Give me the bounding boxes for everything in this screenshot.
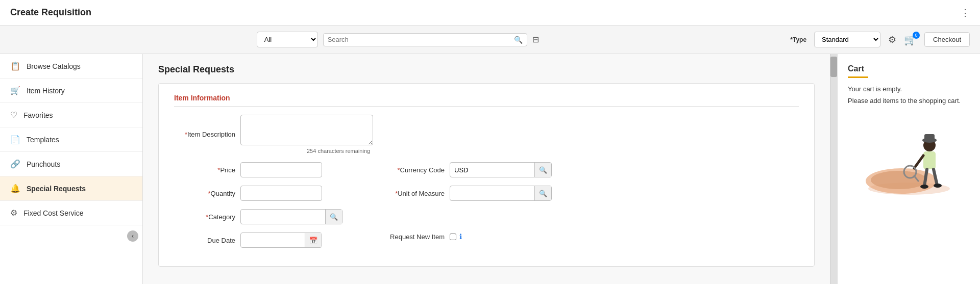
main-layout: 📋 Browse Catalogs 🛒 Item History ♡ Favor… <box>0 54 980 284</box>
request-new-item-checkbox-wrap: ℹ <box>450 233 462 241</box>
section-title: Item Information <box>174 94 799 107</box>
special-requests-icon: 🔔 <box>10 184 20 193</box>
cart-empty-line2: Please add items to the shopping cart. <box>848 97 970 105</box>
sidebar-item-templates[interactable]: 📄 Templates <box>0 127 142 152</box>
uom-input[interactable] <box>450 190 534 197</box>
category-label: *Category <box>174 213 235 221</box>
item-history-icon: 🛒 <box>10 86 20 95</box>
sidebar-item-label: Templates <box>27 136 59 144</box>
sidebar-item-label: Punchouts <box>27 160 60 168</box>
cart-underline <box>848 76 868 78</box>
due-date-row: Due Date 📅 Request New Item ℹ <box>174 233 799 248</box>
svg-point-12 <box>920 185 928 189</box>
search-input-wrap: 🔍 <box>323 33 527 46</box>
sidebar-item-favorites[interactable]: ♡ Favorites <box>0 103 142 127</box>
sidebar-item-punchouts[interactable]: 🔗 Punchouts <box>0 152 142 176</box>
favorites-icon: ♡ <box>10 110 17 120</box>
filter-icon[interactable]: ⊟ <box>532 35 539 44</box>
fixed-cost-service-icon: ⚙ <box>10 208 17 218</box>
due-date-input-wrap: 📅 <box>240 233 322 248</box>
currency-code-input-wrap: 🔍 <box>450 162 552 177</box>
currency-code-label: *Currency Code <box>383 166 445 174</box>
cart-panel: Cart Your cart is empty. Please add item… <box>837 54 980 284</box>
page-heading: Special Requests <box>158 64 815 75</box>
sidebar-item-label: Browse Catalogs <box>27 62 81 70</box>
category-row: *Category 🔍 <box>174 209 799 224</box>
currency-code-search-button[interactable]: 🔍 <box>534 163 551 177</box>
settings-button[interactable]: ⚙ <box>888 34 896 45</box>
svg-rect-5 <box>924 134 935 141</box>
currency-code-group: *Currency Code 🔍 <box>383 162 552 177</box>
search-bar-inner: All Goods Services 🔍 ⊟ <box>10 32 785 47</box>
category-group: *Category 🔍 <box>174 209 342 224</box>
scrollbar[interactable] <box>830 54 837 284</box>
request-new-item-group: Request New Item ℹ <box>383 233 462 241</box>
sidebar-item-fixed-cost-service[interactable]: ⚙ Fixed Cost Service <box>0 201 142 225</box>
item-description-label: *Item Description <box>174 131 235 138</box>
uom-label: *Unit of Measure <box>383 190 445 197</box>
templates-icon: 📄 <box>10 135 20 144</box>
price-group: *Price <box>174 162 322 177</box>
cart-empty-line1: Your cart is empty. <box>848 85 970 93</box>
price-label: *Price <box>174 166 235 174</box>
search-input[interactable] <box>328 36 514 43</box>
quantity-group: *Quantity <box>174 186 322 201</box>
quantity-uom-row: *Quantity *Unit of Measure 🔍 <box>174 186 799 201</box>
category-input[interactable] <box>241 213 325 221</box>
info-icon[interactable]: ℹ <box>459 233 462 241</box>
content-area: Special Requests Item Information *Item … <box>143 54 830 284</box>
svg-point-13 <box>934 184 942 188</box>
search-bar: All Goods Services 🔍 ⊟ *Type Standard Em… <box>0 25 980 54</box>
item-description-row: *Item Description 254 characters remaini… <box>174 115 799 154</box>
page-title: Create Requisition <box>10 7 91 18</box>
price-input[interactable] <box>240 162 322 177</box>
category-select[interactable]: All Goods Services <box>257 32 318 47</box>
currency-code-input[interactable] <box>450 166 534 174</box>
due-date-input[interactable] <box>241 237 305 244</box>
svg-rect-6 <box>923 151 936 169</box>
due-date-label: Due Date <box>174 237 235 244</box>
type-select[interactable]: Standard Emergency <box>814 32 880 47</box>
sidebar-item-label: Fixed Cost Service <box>23 209 83 217</box>
request-new-item-label: Request New Item <box>383 233 445 241</box>
category-input-wrap: 🔍 <box>240 209 342 224</box>
checkout-button[interactable]: Checkout <box>924 32 970 47</box>
cart-button[interactable]: 🛒 0 <box>904 34 917 46</box>
punchouts-icon: 🔗 <box>10 159 20 169</box>
svg-point-2 <box>871 171 927 189</box>
quantity-input[interactable] <box>240 186 322 201</box>
search-bar-right: *Type Standard Emergency ⚙ 🛒 0 Checkout <box>790 32 970 47</box>
category-search-button[interactable]: 🔍 <box>325 210 342 224</box>
cart-title: Cart <box>848 64 970 73</box>
due-date-calendar-button[interactable]: 📅 <box>305 233 322 247</box>
more-options-icon[interactable]: ⋮ <box>961 7 970 18</box>
uom-input-wrap: 🔍 <box>450 186 552 201</box>
sidebar-item-browse-catalogs[interactable]: 📋 Browse Catalogs <box>0 54 142 79</box>
browse-catalogs-icon: 📋 <box>10 61 20 71</box>
cart-illustration <box>848 115 970 196</box>
sidebar: 📋 Browse Catalogs 🛒 Item History ♡ Favor… <box>0 54 143 284</box>
scrollbar-thumb <box>830 57 837 77</box>
header: Create Requisition ⋮ <box>0 0 980 25</box>
search-icon: 🔍 <box>514 36 523 44</box>
price-currency-row: *Price *Currency Code 🔍 <box>174 162 799 177</box>
sidebar-item-special-requests[interactable]: 🔔 Special Requests <box>0 176 142 201</box>
uom-group: *Unit of Measure 🔍 <box>383 186 552 201</box>
svg-line-7 <box>914 156 923 168</box>
request-new-item-checkbox[interactable] <box>450 234 456 240</box>
cart-badge: 0 <box>913 32 920 39</box>
char-count: 254 characters remaining <box>307 148 373 154</box>
sidebar-item-label: Special Requests <box>27 185 86 193</box>
sidebar-item-label: Item History <box>27 87 65 95</box>
item-description-group: *Item Description 254 characters remaini… <box>174 115 373 154</box>
sidebar-item-label: Favorites <box>23 111 53 119</box>
due-date-group: Due Date 📅 <box>174 233 322 248</box>
type-label: *Type <box>790 36 806 43</box>
sidebar-item-item-history[interactable]: 🛒 Item History <box>0 79 142 103</box>
quantity-label: *Quantity <box>174 190 235 197</box>
item-description-input[interactable] <box>240 115 373 145</box>
sidebar-collapse-button[interactable]: ‹ <box>127 230 138 242</box>
special-requests-form: Item Information *Item Description 254 c… <box>158 83 815 267</box>
uom-search-button[interactable]: 🔍 <box>534 186 551 200</box>
